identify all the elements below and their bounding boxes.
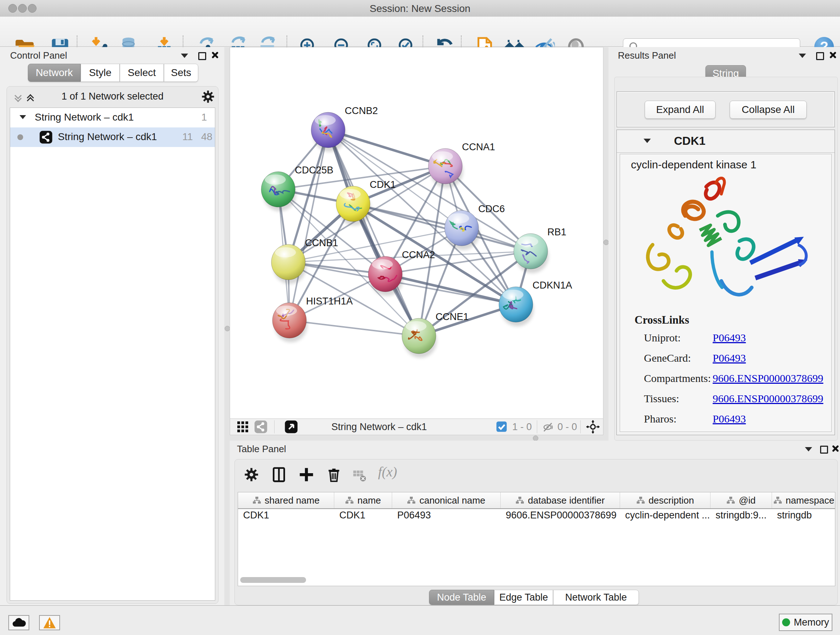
toolbar-separator: [580, 420, 581, 433]
function-builder-icon[interactable]: f(x): [378, 464, 397, 480]
show-columns-icon[interactable]: [271, 467, 287, 484]
crosslink-label: Compartments:: [644, 372, 711, 385]
crosslinks-title: CrossLinks: [635, 314, 689, 326]
tab-select[interactable]: Select: [120, 64, 164, 82]
table-cell[interactable]: cyclin-dependent ...: [620, 510, 711, 525]
cloud-status-button[interactable]: [8, 615, 29, 630]
network-options-gear-icon[interactable]: [201, 89, 215, 105]
svg-text:CCNE1: CCNE1: [436, 311, 469, 322]
panel-menu-icon[interactable]: [805, 447, 812, 451]
network-edge-count: 48: [201, 131, 212, 143]
results-panel: Results Panel String Expand All Collapse…: [608, 47, 840, 440]
gene-card-header[interactable]: CDK1: [617, 130, 835, 153]
network-view[interactable]: CCNB2CCNA1CDC25BCDK1CDC6RB1CCNB1CCNA2CDK…: [230, 47, 603, 435]
crosslink-label: Tissues:: [644, 393, 679, 405]
crosslink-tissues-link[interactable]: 9606.ENSP00000378699: [713, 393, 823, 405]
column-header[interactable]: canonical name: [392, 492, 501, 508]
float-panel-icon[interactable]: [820, 446, 828, 454]
vertical-splitter[interactable]: [224, 47, 230, 605]
crosslink-compartments-link[interactable]: 9606.ENSP00000378699: [713, 372, 823, 385]
panel-menu-icon[interactable]: [799, 54, 806, 58]
column-header[interactable]: description: [620, 492, 711, 508]
close-panel-icon[interactable]: [832, 445, 839, 452]
toolbar-separator: [274, 420, 275, 433]
warnings-button[interactable]: [39, 615, 60, 630]
pan-crosshair-icon[interactable]: [586, 420, 600, 435]
memory-label: Memory: [794, 617, 829, 628]
table-options-gear-icon[interactable]: [243, 467, 259, 484]
collection-count: 1: [201, 111, 207, 123]
float-panel-icon[interactable]: [816, 52, 824, 60]
add-column-icon[interactable]: [298, 467, 314, 484]
table-cell[interactable]: CDK1: [334, 510, 392, 525]
selected-checkbox-icon[interactable]: [496, 421, 507, 434]
window-title: Session: New Session: [0, 3, 840, 14]
main-toolbar: ?: [0, 17, 840, 47]
table-panel: Table Panel f(x) shared name: [230, 440, 840, 605]
tab-node-table[interactable]: Node Table: [429, 590, 494, 605]
status-bar: Memory: [0, 605, 840, 635]
table-cell[interactable]: stringdb:9...: [711, 510, 772, 525]
tab-network[interactable]: Network: [28, 64, 81, 82]
tree-expand-icon[interactable]: [19, 115, 26, 119]
column-header[interactable]: namespace: [772, 492, 836, 508]
crosslink-genecard-link[interactable]: P06493: [713, 352, 746, 364]
splitter-grip[interactable]: [603, 240, 609, 245]
grid-view-icon[interactable]: [236, 420, 249, 435]
delete-column-icon[interactable]: [326, 467, 342, 484]
tab-style[interactable]: Style: [81, 64, 120, 82]
collection-name: String Network – cdk1: [35, 111, 134, 123]
tab-edge-table[interactable]: Edge Table: [494, 590, 553, 605]
close-panel-icon[interactable]: [829, 51, 836, 59]
crosslink-label: Pharos:: [644, 413, 676, 425]
column-header[interactable]: database identifier: [501, 492, 620, 508]
crosslink-label: Uniprot:: [644, 332, 681, 344]
table-cell[interactable]: stringdb: [772, 510, 836, 525]
network-canvas[interactable]: CCNB2CCNA1CDC25BCDK1CDC6RB1CCNB1CCNA2CDK…: [230, 48, 603, 419]
splitter-grip[interactable]: [533, 435, 538, 441]
control-panel-title: Control Panel: [10, 50, 67, 61]
close-panel-icon[interactable]: [211, 51, 218, 59]
svg-text:CCNB1: CCNB1: [305, 238, 338, 249]
network-tree: String Network – cdk1 1 String Network –…: [10, 108, 215, 600]
collapse-all-button[interactable]: Collapse All: [729, 101, 807, 119]
horizontal-scrollbar[interactable]: [240, 577, 306, 583]
network-row-selected[interactable]: String Network – cdk1 11 48: [10, 127, 215, 147]
network-node-count: 11: [182, 131, 193, 143]
expand-all-button[interactable]: Expand All: [645, 101, 715, 119]
network-collection-row[interactable]: String Network – cdk1 1: [10, 108, 215, 127]
tab-network-table[interactable]: Network Table: [553, 590, 639, 605]
node-table: shared name name canonical name database…: [238, 492, 835, 586]
float-panel-icon[interactable]: [198, 52, 206, 60]
title-bar: Session: New Session: [0, 0, 840, 17]
svg-text:CCNB2: CCNB2: [345, 105, 378, 116]
column-header[interactable]: shared name: [238, 492, 334, 508]
tab-sets[interactable]: Sets: [164, 64, 198, 82]
gene-description: cyclin-dependent kinase 1: [631, 158, 756, 171]
table-cell[interactable]: 9606.ENSP00000378699: [501, 510, 620, 525]
crosslink-uniprot-link[interactable]: P06493: [713, 332, 746, 344]
svg-text:CDC25B: CDC25B: [295, 165, 333, 176]
column-header[interactable]: @id: [711, 492, 772, 508]
table-cell[interactable]: P06493: [392, 510, 501, 525]
column-header[interactable]: name: [334, 492, 392, 508]
crosslink-pharos-link[interactable]: P06493: [713, 413, 746, 425]
warning-icon: [43, 616, 57, 629]
application-window: Session: New Session: [0, 0, 840, 635]
memory-button[interactable]: Memory: [779, 614, 832, 631]
memory-status-dot-icon: [782, 618, 790, 626]
control-panel: Control Panel Network Style Select Sets …: [0, 47, 224, 605]
network-share-view-icon[interactable]: [254, 420, 268, 435]
delete-table-icon[interactable]: [353, 469, 366, 484]
open-in-window-icon[interactable]: [284, 420, 298, 435]
toolbar-separator: [537, 420, 537, 433]
panel-menu-icon[interactable]: [181, 54, 188, 58]
collapse-card-icon[interactable]: [644, 139, 651, 143]
network-view-title: String Network – cdk1: [332, 421, 427, 432]
svg-text:CDK1: CDK1: [370, 179, 396, 190]
splitter-grip[interactable]: [225, 326, 230, 331]
hidden-elements-icon[interactable]: [542, 421, 554, 435]
table-cell[interactable]: CDK1: [238, 510, 334, 525]
vertical-splitter[interactable]: [603, 47, 608, 440]
network-type-icon: [39, 130, 53, 147]
